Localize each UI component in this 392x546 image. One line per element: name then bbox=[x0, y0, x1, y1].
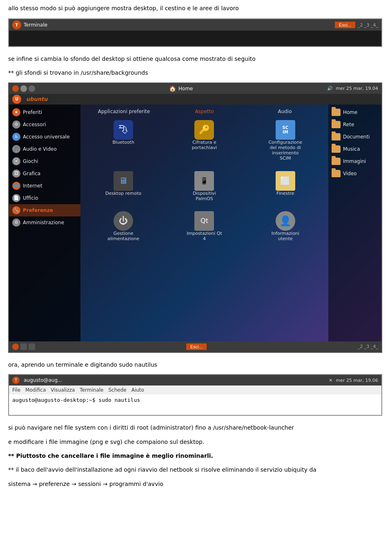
right-item-home[interactable]: Home bbox=[328, 106, 381, 118]
folder-documenti-icon bbox=[332, 133, 341, 140]
folder-home-icon bbox=[332, 109, 341, 116]
accessori-icon: ⚙ bbox=[12, 120, 20, 129]
ubuntu-topbar-center: 🏠 Home bbox=[169, 85, 193, 92]
grafica-icon: 🖼 bbox=[12, 169, 20, 178]
sidebar-item-giochi[interactable]: 🃏 Giochi bbox=[9, 155, 80, 167]
bottom-ubuntu-btn[interactable] bbox=[12, 343, 19, 350]
ubuntu-logo: U bbox=[12, 95, 21, 104]
app-item-finestre[interactable]: ⬜ Finestre bbox=[246, 167, 325, 205]
internet-icon: 🌐 bbox=[12, 182, 20, 190]
app-icons-grid: ⮷ Bluetooth 🔑 Cifratura e portachiavi SC… bbox=[84, 116, 325, 246]
sidebar-item-preferenze[interactable]: 🔧 Preferenze bbox=[9, 204, 80, 216]
sidebar-label-giochi: Giochi bbox=[23, 158, 38, 164]
right-label-video: Video bbox=[343, 171, 357, 176]
finestre-icon: ⬜ bbox=[276, 171, 295, 191]
palmos-icon: 📱 bbox=[194, 171, 214, 191]
app-item-desktop-remoto[interactable]: 🖥 Desktop remoto bbox=[84, 167, 163, 205]
right-item-video[interactable]: Video bbox=[328, 167, 381, 180]
terminal2-body: augusto@augusto-desktop:~$ sudo nautilus bbox=[9, 394, 381, 415]
right-item-musica[interactable]: Musica bbox=[328, 143, 381, 155]
app-label-alimentazione: Gestione alimentazione bbox=[105, 231, 142, 241]
ubuntu-window-title: Home bbox=[178, 86, 193, 91]
menu-aiuto[interactable]: Aiuto bbox=[131, 387, 144, 393]
section-header-aspetto: Aspetto bbox=[164, 108, 245, 114]
ubuntu-topbar: 🏠 Home 🔊 mer 25 mar, 19.04 bbox=[9, 83, 381, 94]
terminal-workspace-nums: _2 _3 _4_ bbox=[358, 22, 378, 28]
para-root-navigate: si può navigare nel file system con i di… bbox=[8, 423, 384, 432]
right-label-documenti: Documenti bbox=[343, 134, 370, 140]
terminal2-title-label: augusto@aug... bbox=[24, 377, 62, 383]
para-backgrounds-path: ** gli sfondi si trovano in /usr/share/b… bbox=[8, 68, 384, 77]
ubuntu-main-content: Applicazioni preferite Aspetto Audio ⮷ B… bbox=[80, 105, 328, 341]
menu-file[interactable]: File bbox=[12, 387, 20, 393]
app-item-palmos[interactable]: 📱 Dispositivi PalmOS bbox=[165, 167, 244, 205]
sidebar-item-internet[interactable]: 🌐 Internet bbox=[9, 180, 80, 192]
app-label-qt: Impostazioni Qt 4 bbox=[186, 231, 223, 241]
ubuntu-maximize-btn[interactable] bbox=[29, 85, 35, 92]
ubuntu-bottom-exit: Esci... bbox=[186, 343, 207, 350]
sidebar-item-accesso-universale[interactable]: ♿ Accesso universale bbox=[9, 131, 80, 143]
terminal-titlebar-left: T Terminale bbox=[12, 20, 47, 29]
terminal2-menubar: File Modifica Visualizza Terminale Sched… bbox=[9, 386, 381, 394]
audio-video-icon: 🎵 bbox=[12, 145, 20, 153]
menu-modifica[interactable]: Modifica bbox=[25, 387, 46, 393]
sidebar-label-preferenze: Preferenze bbox=[23, 207, 53, 213]
ubuntu-bottom-left bbox=[12, 343, 35, 350]
para-rename-note: ** Piuttosto che cancellare i file immag… bbox=[8, 451, 384, 460]
menu-schede[interactable]: Schede bbox=[108, 387, 126, 393]
sidebar-item-audio-video[interactable]: 🎵 Audio e Video bbox=[9, 143, 80, 155]
para7-text: ** il baco dell'avvio dell'installazione… bbox=[8, 466, 316, 473]
ubuntu-bottom-workspace: _2 _3 _4_ bbox=[358, 344, 378, 349]
terminal-title-label: Terminale bbox=[24, 22, 47, 28]
ubuntu-bottombar: Esci... _2 _3 _4_ bbox=[9, 341, 381, 352]
sidebar-item-accessori[interactable]: ⚙ Accessori bbox=[9, 118, 80, 131]
app-item-utente[interactable]: 👤 Informazioni utente bbox=[246, 207, 325, 245]
terminal2-titlebar-right: ✕ mer 25 mar, 19.06 bbox=[329, 378, 378, 383]
sidebar-label-preferiti: Preferiti bbox=[23, 109, 42, 115]
app-item-qt[interactable]: Qt Impostazioni Qt 4 bbox=[165, 207, 244, 245]
app-label-bluetooth: Bluetooth bbox=[112, 140, 134, 145]
sidebar-item-ufficio[interactable]: 📄 Ufficio bbox=[9, 192, 80, 204]
terminal2-time: mer 25 mar, 19.06 bbox=[336, 378, 378, 383]
app-item-bluetooth[interactable]: ⮷ Bluetooth bbox=[84, 116, 163, 165]
ubuntu-desktop-area: ★ Preferiti ⚙ Accessori ♿ Accesso univer… bbox=[9, 105, 381, 341]
right-label-immagini: Immagini bbox=[343, 158, 366, 164]
right-label-rete: Rete bbox=[343, 122, 354, 127]
sidebar-label-accessori: Accessori bbox=[23, 122, 46, 127]
sidebar-item-preferiti[interactable]: ★ Preferiti bbox=[9, 106, 80, 118]
right-item-immagini[interactable]: Immagini bbox=[328, 155, 381, 167]
app-item-cifratura[interactable]: 🔑 Cifratura e portachiavi bbox=[165, 116, 244, 165]
menu-terminale[interactable]: Terminale bbox=[80, 387, 103, 393]
sidebar-label-audio-video: Audio e Video bbox=[23, 146, 57, 152]
right-label-home: Home bbox=[343, 109, 357, 115]
sidebar-item-amministrazione[interactable]: ⚙ Amministrazione bbox=[9, 216, 80, 229]
right-item-documenti[interactable]: Documenti bbox=[328, 131, 381, 143]
para-path-note: sistema → preferenze → sessioni → progra… bbox=[8, 479, 384, 488]
para-modify-files: e modificare i file immagine (png e svg)… bbox=[8, 437, 384, 446]
ubuntu-brand-bar: U ubuntu bbox=[9, 94, 381, 105]
terminal-exit-button[interactable]: Esci... bbox=[335, 22, 355, 28]
app-item-alimentazione[interactable]: ⏻ Gestione alimentazione bbox=[84, 207, 163, 245]
ubuntu-exit-button[interactable]: Esci... bbox=[186, 343, 207, 350]
cifratura-icon: 🔑 bbox=[194, 120, 214, 140]
bottom-icon2[interactable] bbox=[29, 343, 35, 350]
sidebar-item-grafica[interactable]: 🖼 Grafica bbox=[9, 167, 80, 180]
para6-text: ** Piuttosto che cancellare i file immag… bbox=[8, 452, 213, 459]
menu-visualizza[interactable]: Visualizza bbox=[51, 387, 75, 393]
sidebar-label-grafica: Grafica bbox=[23, 171, 40, 176]
ubuntu-close-btn[interactable] bbox=[12, 85, 19, 92]
ubuntu-minimize-btn[interactable] bbox=[20, 85, 27, 92]
folder-immagini-icon bbox=[332, 158, 341, 165]
right-item-rete[interactable]: Rete bbox=[328, 118, 381, 131]
bottom-icon1[interactable] bbox=[20, 343, 27, 350]
terminal2-close-btn[interactable]: ✕ bbox=[329, 378, 332, 383]
bluetooth-icon: ⮷ bbox=[114, 120, 133, 140]
terminal-app-icon: T bbox=[12, 20, 21, 29]
terminal-titlebar: T Terminale Esci... _2 _3 _4_ bbox=[9, 19, 381, 31]
terminal2-app-icon: T bbox=[12, 377, 20, 384]
sidebar-label-internet: Internet bbox=[23, 183, 42, 189]
app-item-scim[interactable]: SCIM Configurazione del metodo di inseri… bbox=[246, 116, 325, 165]
ufficio-icon: 📄 bbox=[12, 194, 20, 202]
sidebar-label-amministrazione: Amministrazione bbox=[23, 220, 64, 225]
giochi-icon: 🃏 bbox=[12, 157, 20, 165]
